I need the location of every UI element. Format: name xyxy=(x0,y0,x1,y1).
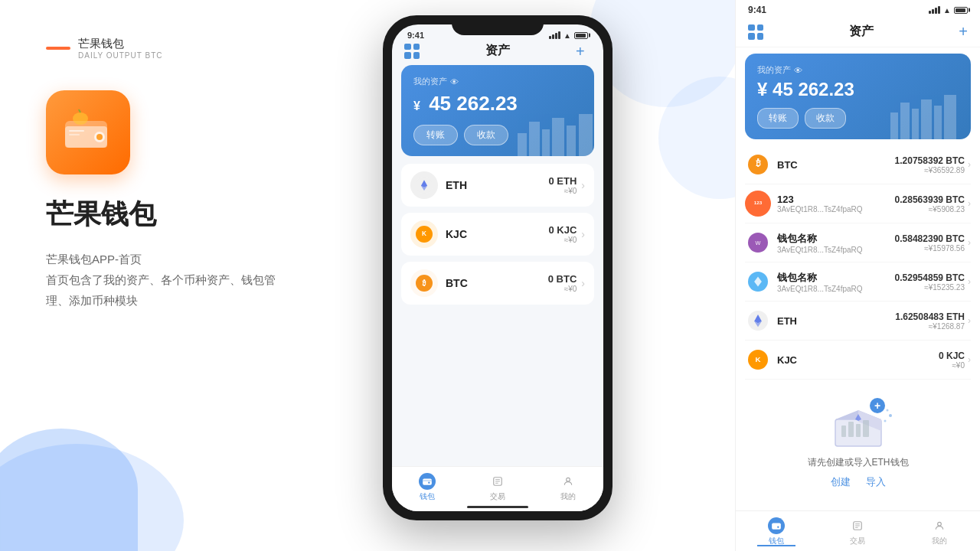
chevron-right-icon: › xyxy=(581,179,585,191)
coin-name-kjc: KJC xyxy=(446,228,548,240)
signal-bar-r2 xyxy=(932,9,934,14)
asset-value: 45 262.23 xyxy=(429,92,518,115)
svg-rect-22 xyxy=(423,480,432,481)
right-eth-icon xyxy=(745,308,771,334)
svg-point-59 xyxy=(937,522,941,526)
svg-text:+: + xyxy=(874,399,880,412)
svg-text:₿: ₿ xyxy=(756,158,761,168)
right-list-item[interactable]: W 钱包名称 3AvEQt1R8...TsZ4fpaRQ 0.58482390 … xyxy=(745,223,971,262)
svg-rect-21 xyxy=(423,479,432,485)
right-coin-info-btc: BTC xyxy=(777,159,895,171)
signal-bars-icon xyxy=(549,31,560,39)
right-coin-info-kjc: KJC xyxy=(777,354,939,366)
nav-item-wallet[interactable]: 钱包 xyxy=(419,473,436,502)
signal-bar-2 xyxy=(552,34,554,39)
coin-name-eth: ETH xyxy=(446,179,548,191)
signal-bar-3 xyxy=(555,33,557,39)
nav-item-transactions[interactable]: 交易 xyxy=(489,473,506,502)
list-item[interactable]: ETH 0 ETH ≈¥0 › xyxy=(401,164,594,207)
svg-rect-51 xyxy=(848,422,854,437)
transfer-button[interactable]: 转账 xyxy=(413,125,458,145)
phone-mockup: 9:41 ▲ xyxy=(383,15,620,536)
right-nav-label-transactions: 交易 xyxy=(850,536,865,546)
right-receive-button[interactable]: 收款 xyxy=(805,108,846,129)
svg-rect-26 xyxy=(900,103,910,139)
right-kjc-icon: K xyxy=(745,347,771,373)
right-list-item[interactable]: ₿ BTC 1.20758392 BTC ≈¥36592.89 › xyxy=(745,145,971,184)
right-wifi-icon: ▲ xyxy=(943,6,951,15)
right-nav-label-profile: 我的 xyxy=(932,536,947,546)
brand-sub: DAILY OUTPUT BTC xyxy=(78,51,162,60)
menu-grid-icon[interactable] xyxy=(404,44,420,59)
right-app-header: 资产 + xyxy=(736,20,980,47)
home-indicator xyxy=(467,506,528,508)
btc-icon: ₿ xyxy=(410,269,438,297)
right-wallet2-icon: W xyxy=(745,230,771,256)
right-battery-fill xyxy=(956,8,965,12)
right-nav-item-transactions[interactable]: 交易 xyxy=(849,517,866,546)
battery-fill xyxy=(576,34,586,37)
app-icon-wrapper xyxy=(46,90,383,174)
svg-point-54 xyxy=(889,414,892,417)
list-item[interactable]: K KJC 0 KJC ≈¥0 › xyxy=(401,213,594,256)
nav-item-profile[interactable]: 我的 xyxy=(560,473,577,502)
right-coin-amount-btc: 1.20758392 BTC ≈¥36592.89 xyxy=(895,155,965,174)
right-coin-amount-eth: 1.62508483 ETH ≈¥1268.87 xyxy=(895,311,965,331)
right-list-item[interactable]: 123 123 3AvEQt1R8...TsZ4fpaRQ 0.28563939… xyxy=(745,184,971,223)
right-transaction-nav-icon xyxy=(849,517,866,534)
add-coin-button[interactable]: + xyxy=(576,44,591,59)
right-coin-amount-wallet2: 0.58482390 BTC ≈¥15978.56 xyxy=(895,233,965,253)
left-section: 芒果钱包 DAILY OUTPUT BTC 芒果钱包 芒果钱包APP-首页 首页… xyxy=(0,0,429,551)
right-eye-icon[interactable]: 👁 xyxy=(794,66,802,75)
signal-bar-r3 xyxy=(935,8,937,14)
svg-rect-52 xyxy=(856,424,861,437)
right-panel: 9:41 ▲ 资产 + xyxy=(735,0,980,551)
right-add-button[interactable]: + xyxy=(959,23,968,41)
grid-dot-1 xyxy=(404,44,411,51)
svg-rect-11 xyxy=(552,118,564,156)
right-coin-amount-kjc: 0 KJC ≈¥0 xyxy=(939,350,965,370)
right-profile-nav-icon xyxy=(931,517,948,534)
transaction-nav-icon xyxy=(489,473,506,490)
eth-import-button[interactable]: 导入 xyxy=(866,475,886,489)
right-chevron-icon: › xyxy=(968,159,971,170)
right-nav-item-wallet[interactable]: 钱包 xyxy=(768,517,785,546)
svg-rect-29 xyxy=(934,106,942,139)
svg-point-56 xyxy=(884,420,886,422)
right-list-item[interactable]: ETH 1.62508483 ETH ≈¥1268.87 › xyxy=(745,302,971,341)
grid-dot-3 xyxy=(404,52,411,59)
right-grid-dot-4 xyxy=(757,33,764,40)
brand-bar: 芒果钱包 DAILY OUTPUT BTC xyxy=(46,37,383,60)
svg-point-6 xyxy=(73,112,88,125)
status-icons: ▲ xyxy=(549,31,588,40)
phone-header-title: 资产 xyxy=(485,43,510,59)
svg-point-3 xyxy=(96,134,103,140)
right-transfer-button[interactable]: 转账 xyxy=(757,108,799,129)
coin-amount-kjc: 0 KJC ≈¥0 xyxy=(548,224,577,244)
wifi-icon: ▲ xyxy=(564,31,571,40)
right-list-item[interactable]: K KJC 0 KJC ≈¥0 › xyxy=(745,341,971,380)
right-nav-item-profile[interactable]: 我的 xyxy=(931,517,948,546)
svg-point-24 xyxy=(567,478,570,481)
right-nav-indicator xyxy=(757,545,795,546)
svg-text:K: K xyxy=(755,355,760,364)
eth-create-button[interactable]: 创建 xyxy=(831,475,851,489)
eth-prompt-illustration: + xyxy=(820,389,897,450)
app-description: 芒果钱包APP-首页 首页包含了我的资产、各个币种资产、钱包管 理、添加币种模块 xyxy=(46,249,383,311)
right-menu-grid-icon[interactable] xyxy=(748,24,763,40)
list-item[interactable]: ₿ BTC 0 BTC ≈¥0 › xyxy=(401,262,594,305)
asset-card: 我的资产 👁 ¥ 45 262.23 转账 收款 xyxy=(401,65,594,156)
right-status-icons: ▲ xyxy=(929,6,968,15)
phone-notch xyxy=(452,15,544,35)
currency-symbol: ¥ xyxy=(413,99,420,112)
app-title: 芒果钱包 xyxy=(46,196,383,233)
brand-line xyxy=(46,47,70,50)
receive-button[interactable]: 收款 xyxy=(464,125,508,145)
svg-rect-25 xyxy=(890,112,898,139)
svg-text:W: W xyxy=(756,240,761,246)
right-list-item[interactable]: 钱包名称 3AvEQt1R8...TsZ4fpaRQ 0.52954859 BT… xyxy=(745,262,971,302)
nav-label-wallet: 钱包 xyxy=(420,491,435,502)
nav-label-transactions: 交易 xyxy=(490,491,505,502)
eye-icon[interactable]: 👁 xyxy=(450,77,459,86)
svg-rect-30 xyxy=(944,95,956,139)
